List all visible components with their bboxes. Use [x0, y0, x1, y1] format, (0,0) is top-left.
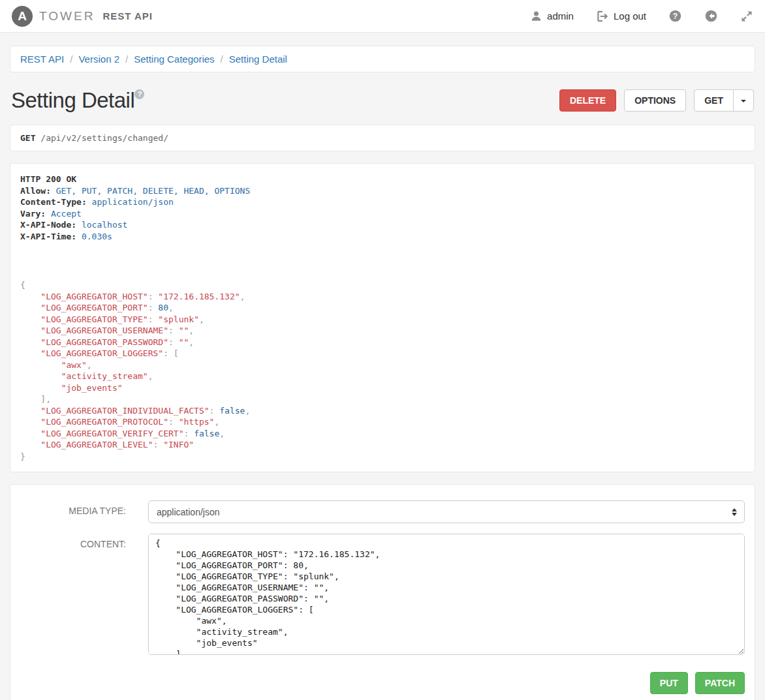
navbar: A TOWER REST API admin Log out ?	[0, 0, 765, 33]
put-button[interactable]: PUT	[650, 672, 688, 694]
content-label: CONTENT:	[20, 534, 148, 658]
expand-button[interactable]	[740, 10, 753, 23]
breadcrumb-separator: /	[119, 53, 134, 65]
media-type-label: MEDIA TYPE:	[20, 500, 148, 523]
help-icon: ?	[668, 9, 682, 23]
breadcrumb-link[interactable]: Setting Detail	[229, 53, 287, 65]
response-body-line: "LOG_AGGREGATOR_INDIVIDUAL_FACTS": false…	[20, 405, 745, 417]
toolbar: DELETE OPTIONS GET	[559, 89, 754, 112]
content-form: MEDIA TYPE: application/json CONTENT: { …	[10, 484, 755, 700]
response-body-line: "LOG_AGGREGATOR_HOST": "172.16.185.132",	[20, 291, 745, 303]
brand-tower-label: TOWER	[39, 9, 95, 23]
breadcrumb-separator: /	[64, 53, 78, 65]
content-textarea[interactable]: { "LOG_AGGREGATOR_HOST": "172.16.185.132…	[148, 534, 745, 655]
response-header-line: Allow: GET, PUT, PATCH, DELETE, HEAD, OP…	[20, 185, 745, 197]
response-header-line: X-API-Node: localhost	[20, 219, 745, 231]
back-arrow-icon	[704, 9, 718, 23]
breadcrumb-link[interactable]: Version 2	[78, 53, 119, 65]
caret-down-icon	[741, 100, 746, 102]
response-header-line: Content-Type: application/json	[20, 196, 745, 208]
help-button[interactable]: ?	[668, 9, 682, 23]
response-body-line: "LOG_AGGREGATOR_PASSWORD": "",	[20, 337, 745, 348]
response-header-line: X-API-Time: 0.030s	[20, 231, 745, 243]
response-body: { "LOG_AGGREGATOR_HOST": "172.16.185.132…	[20, 279, 745, 462]
options-button[interactable]: OPTIONS	[624, 89, 686, 112]
get-dropdown-button[interactable]	[733, 89, 754, 112]
response-body-line: {	[20, 279, 745, 291]
title-help-icon[interactable]: ?	[134, 89, 144, 99]
delete-button[interactable]: DELETE	[559, 89, 616, 112]
brand[interactable]: A TOWER REST API	[12, 6, 153, 27]
response-body-line: "awx",	[20, 359, 745, 371]
media-type-select[interactable]: application/json	[148, 500, 745, 523]
breadcrumb-link[interactable]: Setting Categories	[134, 53, 214, 65]
logout-label: Log out	[614, 10, 646, 22]
response-headers: HTTP 200 OKAllow: GET, PUT, PATCH, DELET…	[20, 174, 745, 242]
response-body-line: "job_events"	[20, 382, 745, 394]
response-body-line: ],	[20, 393, 745, 405]
get-button-group: GET	[694, 89, 754, 112]
response-body-line: "activity_stream",	[20, 371, 745, 382]
response-body-line: "LOG_AGGREGATOR_PROTOCOL": "https",	[20, 416, 745, 428]
navbar-right: admin Log out ?	[530, 9, 753, 23]
response-status: HTTP 200 OK	[20, 174, 745, 185]
breadcrumb-separator: /	[215, 53, 229, 65]
response-body-line: }	[20, 451, 745, 463]
back-button[interactable]	[704, 9, 718, 23]
logout-icon	[596, 10, 609, 23]
response-body-line: "LOG_AGGREGATOR_PORT": 80,	[20, 302, 745, 314]
get-button[interactable]: GET	[694, 89, 734, 112]
breadcrumb: REST API/Version 2/Setting Categories/Se…	[20, 53, 745, 65]
response-body-line: "LOG_AGGREGATOR_TYPE": "splunk",	[20, 314, 745, 326]
patch-button[interactable]: PATCH	[695, 672, 745, 694]
user-menu: admin	[530, 10, 574, 22]
request-method: GET	[20, 133, 35, 143]
response-body-line: "LOG_AGGREGATOR_LOGGERS": [	[20, 348, 745, 359]
request-line: GET /api/v2/settings/changed/	[10, 125, 755, 151]
ansible-logo-icon: A	[12, 6, 33, 27]
request-path: /api/v2/settings/changed/	[40, 133, 168, 143]
expand-icon	[740, 10, 753, 23]
page-title: Setting Detail?	[11, 88, 144, 113]
logout-button[interactable]: Log out	[596, 10, 646, 23]
response-header-line: Vary: Accept	[20, 208, 745, 220]
brand-rest-api-label: REST API	[102, 10, 153, 22]
response-body-line: "LOG_AGGREGATOR_VERIFY_CERT": false,	[20, 428, 745, 440]
response-body-line: "LOG_AGGREGATOR_USERNAME": "",	[20, 325, 745, 337]
response-body-line: "LOG_AGGREGATOR_LEVEL": "INFO"	[20, 439, 745, 451]
username-label: admin	[547, 10, 574, 22]
breadcrumb-link[interactable]: REST API	[20, 53, 64, 65]
response-panel: HTTP 200 OKAllow: GET, PUT, PATCH, DELET…	[10, 163, 755, 472]
user-icon	[530, 10, 542, 22]
svg-text:?: ?	[673, 12, 678, 21]
